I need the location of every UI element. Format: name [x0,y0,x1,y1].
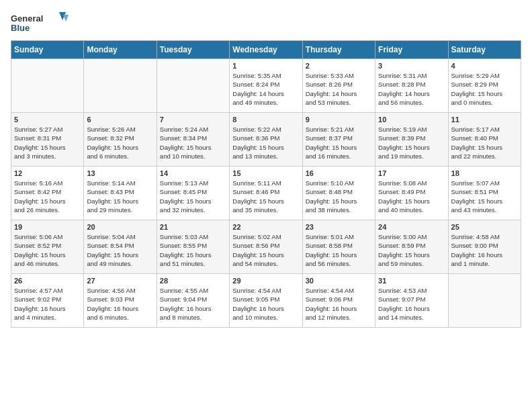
svg-text:Blue: Blue [11,23,30,33]
day-info: Sunrise: 4:56 AM Sunset: 9:03 PM Dayligh… [87,286,153,322]
day-number: 11 [451,116,518,124]
day-cell: 2Sunrise: 5:33 AM Sunset: 8:26 PM Daylig… [302,59,375,113]
day-cell: 22Sunrise: 5:02 AM Sunset: 8:56 PM Dayli… [230,220,302,274]
header-cell-friday: Friday [375,41,448,59]
week-row-0: 1Sunrise: 5:35 AM Sunset: 8:24 PM Daylig… [11,59,521,113]
day-info: Sunrise: 4:54 AM Sunset: 9:06 PM Dayligh… [306,286,372,322]
day-info: Sunrise: 5:03 AM Sunset: 8:55 PM Dayligh… [160,232,226,268]
day-number: 22 [232,223,299,231]
day-info: Sunrise: 5:29 AM Sunset: 8:29 PM Dayligh… [451,71,518,107]
day-number: 13 [87,169,153,177]
day-number: 8 [232,116,299,124]
day-number: 14 [160,169,226,177]
day-info: Sunrise: 5:35 AM Sunset: 8:24 PM Dayligh… [232,71,299,107]
day-number: 3 [378,62,445,70]
day-number: 10 [378,116,445,124]
day-number: 6 [87,116,153,124]
day-cell: 6Sunrise: 5:26 AM Sunset: 8:32 PM Daylig… [84,113,157,167]
day-cell: 29Sunrise: 4:54 AM Sunset: 9:05 PM Dayli… [230,274,302,328]
day-number: 16 [306,169,372,177]
day-cell: 18Sunrise: 5:07 AM Sunset: 8:51 PM Dayli… [448,167,521,220]
day-number: 27 [87,277,153,285]
day-info: Sunrise: 5:33 AM Sunset: 8:26 PM Dayligh… [306,71,372,107]
day-cell: 13Sunrise: 5:14 AM Sunset: 8:43 PM Dayli… [84,167,157,220]
day-info: Sunrise: 5:17 AM Sunset: 8:40 PM Dayligh… [451,125,518,161]
week-row-1: 5Sunrise: 5:27 AM Sunset: 8:31 PM Daylig… [11,113,521,167]
day-cell [448,274,521,328]
day-number: 26 [14,277,81,285]
header-cell-saturday: Saturday [448,41,521,59]
day-number: 25 [451,223,518,231]
day-cell: 28Sunrise: 4:55 AM Sunset: 9:04 PM Dayli… [157,274,229,328]
day-cell: 3Sunrise: 5:31 AM Sunset: 8:28 PM Daylig… [375,59,448,113]
day-info: Sunrise: 5:08 AM Sunset: 8:49 PM Dayligh… [378,179,445,214]
header: General Blue [11,11,521,35]
day-info: Sunrise: 5:16 AM Sunset: 8:42 PM Dayligh… [14,179,81,214]
day-number: 5 [14,116,81,124]
day-cell: 26Sunrise: 4:57 AM Sunset: 9:02 PM Dayli… [11,274,84,328]
day-number: 7 [160,116,226,124]
day-number: 28 [160,277,226,285]
day-info: Sunrise: 5:19 AM Sunset: 8:39 PM Dayligh… [378,125,445,161]
day-cell: 21Sunrise: 5:03 AM Sunset: 8:55 PM Dayli… [157,220,229,274]
day-number: 19 [14,223,81,231]
day-number: 23 [306,223,372,231]
day-info: Sunrise: 5:01 AM Sunset: 8:58 PM Dayligh… [306,232,372,268]
day-cell: 8Sunrise: 5:22 AM Sunset: 8:36 PM Daylig… [230,113,302,167]
day-cell: 23Sunrise: 5:01 AM Sunset: 8:58 PM Dayli… [302,220,375,274]
day-cell: 25Sunrise: 4:58 AM Sunset: 9:00 PM Dayli… [448,220,521,274]
day-cell [157,59,229,113]
day-number: 31 [378,277,445,285]
day-number: 17 [378,169,445,177]
logo: General Blue [11,11,71,35]
day-number: 20 [87,223,153,231]
day-info: Sunrise: 4:55 AM Sunset: 9:04 PM Dayligh… [160,286,226,322]
header-cell-monday: Monday [84,41,157,59]
day-info: Sunrise: 5:10 AM Sunset: 8:48 PM Dayligh… [306,179,372,214]
day-cell: 5Sunrise: 5:27 AM Sunset: 8:31 PM Daylig… [11,113,84,167]
day-cell: 20Sunrise: 5:04 AM Sunset: 8:54 PM Dayli… [84,220,157,274]
header-row: SundayMondayTuesdayWednesdayThursdayFrid… [11,41,521,59]
day-info: Sunrise: 5:31 AM Sunset: 8:28 PM Dayligh… [378,71,445,107]
day-info: Sunrise: 4:57 AM Sunset: 9:02 PM Dayligh… [14,286,81,322]
calendar-table: SundayMondayTuesdayWednesdayThursdayFrid… [11,40,521,328]
day-number: 21 [160,223,226,231]
day-info: Sunrise: 5:14 AM Sunset: 8:43 PM Dayligh… [87,179,153,214]
day-cell: 14Sunrise: 5:13 AM Sunset: 8:45 PM Dayli… [157,167,229,220]
logo-svg: General Blue [11,11,71,35]
day-number: 18 [451,169,518,177]
day-cell: 27Sunrise: 4:56 AM Sunset: 9:03 PM Dayli… [84,274,157,328]
day-cell: 4Sunrise: 5:29 AM Sunset: 8:29 PM Daylig… [448,59,521,113]
day-info: Sunrise: 4:53 AM Sunset: 9:07 PM Dayligh… [378,286,445,322]
day-cell: 16Sunrise: 5:10 AM Sunset: 8:48 PM Dayli… [302,167,375,220]
day-info: Sunrise: 5:24 AM Sunset: 8:34 PM Dayligh… [160,125,226,161]
day-number: 15 [232,169,299,177]
calendar-body: 1Sunrise: 5:35 AM Sunset: 8:24 PM Daylig… [11,59,521,328]
day-info: Sunrise: 5:26 AM Sunset: 8:32 PM Dayligh… [87,125,153,161]
day-cell [11,59,84,113]
day-cell: 1Sunrise: 5:35 AM Sunset: 8:24 PM Daylig… [230,59,302,113]
day-cell: 9Sunrise: 5:21 AM Sunset: 8:37 PM Daylig… [302,113,375,167]
day-number: 1 [232,62,299,70]
day-info: Sunrise: 4:58 AM Sunset: 9:00 PM Dayligh… [451,232,518,268]
day-cell: 19Sunrise: 5:06 AM Sunset: 8:52 PM Dayli… [11,220,84,274]
day-cell: 15Sunrise: 5:11 AM Sunset: 8:46 PM Dayli… [230,167,302,220]
day-info: Sunrise: 5:07 AM Sunset: 8:51 PM Dayligh… [451,179,518,214]
day-number: 9 [306,116,372,124]
day-info: Sunrise: 5:06 AM Sunset: 8:52 PM Dayligh… [14,232,81,268]
svg-marker-3 [63,15,69,21]
day-cell: 31Sunrise: 4:53 AM Sunset: 9:07 PM Dayli… [375,274,448,328]
day-info: Sunrise: 5:04 AM Sunset: 8:54 PM Dayligh… [87,232,153,268]
calendar-header: SundayMondayTuesdayWednesdayThursdayFrid… [11,41,521,59]
day-cell: 24Sunrise: 5:00 AM Sunset: 8:59 PM Dayli… [375,220,448,274]
header-cell-sunday: Sunday [11,41,84,59]
day-info: Sunrise: 5:11 AM Sunset: 8:46 PM Dayligh… [232,179,299,214]
week-row-4: 26Sunrise: 4:57 AM Sunset: 9:02 PM Dayli… [11,274,521,328]
day-number: 12 [14,169,81,177]
day-cell: 10Sunrise: 5:19 AM Sunset: 8:39 PM Dayli… [375,113,448,167]
day-info: Sunrise: 5:13 AM Sunset: 8:45 PM Dayligh… [160,179,226,214]
day-number: 24 [378,223,445,231]
day-cell: 12Sunrise: 5:16 AM Sunset: 8:42 PM Dayli… [11,167,84,220]
day-cell: 30Sunrise: 4:54 AM Sunset: 9:06 PM Dayli… [302,274,375,328]
day-number: 29 [232,277,299,285]
